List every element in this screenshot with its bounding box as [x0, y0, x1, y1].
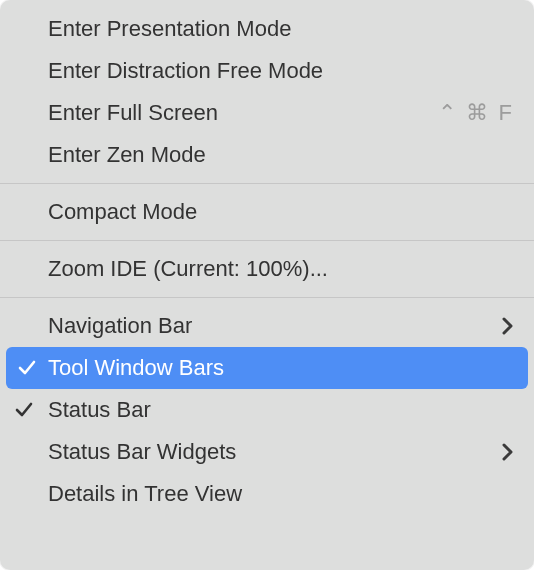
view-menu: Enter Presentation Mode Enter Distractio…: [0, 0, 534, 570]
menu-item-label: Zoom IDE (Current: 100%)...: [48, 256, 514, 282]
menu-item-enter-zen-mode[interactable]: Enter Zen Mode: [0, 134, 534, 176]
menu-item-label: Status Bar: [48, 397, 514, 423]
menu-item-shortcut: ⌃ ⌘ F: [438, 100, 514, 126]
menu-separator: [0, 240, 534, 241]
menu-item-zoom-ide[interactable]: Zoom IDE (Current: 100%)...: [0, 248, 534, 290]
menu-item-enter-presentation-mode[interactable]: Enter Presentation Mode: [0, 8, 534, 50]
menu-item-label: Status Bar Widgets: [48, 439, 502, 465]
menu-item-label: Compact Mode: [48, 199, 514, 225]
menu-group: Navigation Bar Tool Window Bars Status B…: [0, 305, 534, 515]
menu-separator: [0, 183, 534, 184]
menu-item-label: Enter Full Screen: [48, 100, 426, 126]
menu-separator: [0, 297, 534, 298]
menu-item-compact-mode[interactable]: Compact Mode: [0, 191, 534, 233]
menu-item-label: Enter Zen Mode: [48, 142, 514, 168]
menu-item-status-bar[interactable]: Status Bar: [0, 389, 534, 431]
chevron-right-icon: [502, 317, 514, 335]
chevron-right-icon: [502, 443, 514, 461]
menu-item-tool-window-bars[interactable]: Tool Window Bars: [6, 347, 528, 389]
menu-item-label: Tool Window Bars: [48, 355, 508, 381]
menu-item-navigation-bar[interactable]: Navigation Bar: [0, 305, 534, 347]
menu-item-label: Navigation Bar: [48, 313, 502, 339]
menu-item-details-in-tree-view[interactable]: Details in Tree View: [0, 473, 534, 515]
menu-group: Compact Mode: [0, 191, 534, 233]
menu-group: Enter Presentation Mode Enter Distractio…: [0, 8, 534, 176]
menu-group: Zoom IDE (Current: 100%)...: [0, 248, 534, 290]
menu-item-enter-full-screen[interactable]: Enter Full Screen ⌃ ⌘ F: [0, 92, 534, 134]
checkmark-icon: [6, 359, 48, 377]
menu-item-label: Details in Tree View: [48, 481, 514, 507]
menu-item-label: Enter Distraction Free Mode: [48, 58, 514, 84]
menu-item-enter-distraction-free-mode[interactable]: Enter Distraction Free Mode: [0, 50, 534, 92]
menu-item-label: Enter Presentation Mode: [48, 16, 514, 42]
checkmark-icon: [0, 401, 48, 419]
menu-item-status-bar-widgets[interactable]: Status Bar Widgets: [0, 431, 534, 473]
